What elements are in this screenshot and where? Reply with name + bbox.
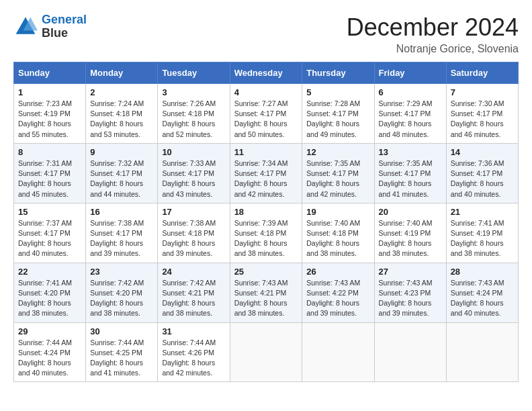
table-row: 4 Sunrise: 7:27 AM Sunset: 4:17 PM Dayli… — [230, 84, 302, 144]
day-number: 21 — [451, 207, 514, 217]
logo-text: General Blue — [42, 13, 87, 40]
table-row: 16 Sunrise: 7:38 AM Sunset: 4:17 PM Dayl… — [86, 203, 158, 263]
day-number: 29 — [18, 326, 81, 336]
day-info: Sunrise: 7:28 AM Sunset: 4:17 PM Dayligh… — [306, 99, 369, 140]
table-row: 26 Sunrise: 7:43 AM Sunset: 4:22 PM Dayl… — [302, 263, 374, 322]
day-info: Sunrise: 7:40 AM Sunset: 4:18 PM Dayligh… — [306, 218, 369, 259]
calendar-row: 29 Sunrise: 7:44 AM Sunset: 4:24 PM Dayl… — [14, 322, 519, 382]
day-info: Sunrise: 7:38 AM Sunset: 4:18 PM Dayligh… — [162, 218, 225, 259]
day-info: Sunrise: 7:44 AM Sunset: 4:25 PM Dayligh… — [90, 338, 153, 379]
day-number: 27 — [379, 267, 442, 277]
day-info: Sunrise: 7:36 AM Sunset: 4:17 PM Dayligh… — [451, 158, 514, 199]
table-row: 22 Sunrise: 7:41 AM Sunset: 4:20 PM Dayl… — [14, 263, 86, 322]
day-number: 26 — [306, 267, 369, 277]
col-wednesday: Wednesday — [230, 62, 302, 84]
day-info: Sunrise: 7:30 AM Sunset: 4:17 PM Dayligh… — [451, 99, 514, 140]
day-number: 16 — [90, 207, 153, 217]
day-info: Sunrise: 7:37 AM Sunset: 4:17 PM Dayligh… — [18, 218, 81, 259]
table-row: 8 Sunrise: 7:31 AM Sunset: 4:17 PM Dayli… — [14, 143, 86, 203]
day-number: 19 — [306, 207, 369, 217]
day-info: Sunrise: 7:26 AM Sunset: 4:18 PM Dayligh… — [162, 99, 225, 140]
table-row: 21 Sunrise: 7:41 AM Sunset: 4:19 PM Dayl… — [446, 203, 518, 263]
table-row — [374, 322, 446, 382]
col-thursday: Thursday — [302, 62, 374, 84]
day-number: 10 — [162, 147, 225, 157]
day-info: Sunrise: 7:38 AM Sunset: 4:17 PM Dayligh… — [90, 218, 153, 259]
calendar-row: 1 Sunrise: 7:23 AM Sunset: 4:19 PM Dayli… — [14, 84, 519, 144]
title-block: December 2024 Notranje Gorice, Slovenia — [347, 13, 519, 55]
table-row: 17 Sunrise: 7:38 AM Sunset: 4:18 PM Dayl… — [158, 203, 230, 263]
table-row: 18 Sunrise: 7:39 AM Sunset: 4:18 PM Dayl… — [230, 203, 302, 263]
day-info: Sunrise: 7:42 AM Sunset: 4:21 PM Dayligh… — [162, 278, 225, 319]
day-number: 5 — [306, 87, 369, 97]
day-info: Sunrise: 7:43 AM Sunset: 4:22 PM Dayligh… — [306, 278, 369, 319]
table-row: 27 Sunrise: 7:43 AM Sunset: 4:23 PM Dayl… — [374, 263, 446, 322]
day-number: 7 — [451, 87, 514, 97]
logo-icon — [13, 15, 38, 39]
day-number: 13 — [379, 147, 442, 157]
calendar-row: 8 Sunrise: 7:31 AM Sunset: 4:17 PM Dayli… — [14, 143, 519, 203]
table-row: 3 Sunrise: 7:26 AM Sunset: 4:18 PM Dayli… — [158, 84, 230, 144]
page-header: General Blue December 2024 Notranje Gori… — [13, 13, 519, 55]
day-info: Sunrise: 7:33 AM Sunset: 4:17 PM Dayligh… — [162, 158, 225, 199]
day-number: 30 — [90, 326, 153, 336]
day-info: Sunrise: 7:43 AM Sunset: 4:21 PM Dayligh… — [234, 278, 298, 319]
table-row: 6 Sunrise: 7:29 AM Sunset: 4:17 PM Dayli… — [374, 84, 446, 144]
table-row: 15 Sunrise: 7:37 AM Sunset: 4:17 PM Dayl… — [14, 203, 86, 263]
month-title: December 2024 — [347, 13, 519, 42]
col-friday: Friday — [374, 62, 446, 84]
col-tuesday: Tuesday — [158, 62, 230, 84]
day-info: Sunrise: 7:27 AM Sunset: 4:17 PM Dayligh… — [234, 99, 298, 140]
table-row: 10 Sunrise: 7:33 AM Sunset: 4:17 PM Dayl… — [158, 143, 230, 203]
day-info: Sunrise: 7:35 AM Sunset: 4:17 PM Dayligh… — [306, 158, 369, 199]
day-number: 1 — [18, 87, 81, 97]
table-row: 19 Sunrise: 7:40 AM Sunset: 4:18 PM Dayl… — [302, 203, 374, 263]
col-sunday: Sunday — [14, 62, 86, 84]
day-number: 8 — [18, 147, 81, 157]
day-info: Sunrise: 7:34 AM Sunset: 4:17 PM Dayligh… — [234, 158, 298, 199]
day-number: 2 — [90, 87, 153, 97]
day-number: 14 — [451, 147, 514, 157]
col-monday: Monday — [86, 62, 158, 84]
table-row: 31 Sunrise: 7:44 AM Sunset: 4:26 PM Dayl… — [158, 322, 230, 382]
day-number: 23 — [90, 267, 153, 277]
table-row: 1 Sunrise: 7:23 AM Sunset: 4:19 PM Dayli… — [14, 84, 86, 144]
table-row: 14 Sunrise: 7:36 AM Sunset: 4:17 PM Dayl… — [446, 143, 518, 203]
table-row: 30 Sunrise: 7:44 AM Sunset: 4:25 PM Dayl… — [86, 322, 158, 382]
table-row: 23 Sunrise: 7:42 AM Sunset: 4:20 PM Dayl… — [86, 263, 158, 322]
table-row: 9 Sunrise: 7:32 AM Sunset: 4:17 PM Dayli… — [86, 143, 158, 203]
day-info: Sunrise: 7:43 AM Sunset: 4:24 PM Dayligh… — [451, 278, 514, 319]
table-row: 20 Sunrise: 7:40 AM Sunset: 4:19 PM Dayl… — [374, 203, 446, 263]
day-info: Sunrise: 7:41 AM Sunset: 4:20 PM Dayligh… — [18, 278, 81, 319]
table-row: 24 Sunrise: 7:42 AM Sunset: 4:21 PM Dayl… — [158, 263, 230, 322]
day-info: Sunrise: 7:39 AM Sunset: 4:18 PM Dayligh… — [234, 218, 298, 259]
day-number: 4 — [234, 87, 298, 97]
table-row: 2 Sunrise: 7:24 AM Sunset: 4:18 PM Dayli… — [86, 84, 158, 144]
day-number: 17 — [162, 207, 225, 217]
day-info: Sunrise: 7:43 AM Sunset: 4:23 PM Dayligh… — [379, 278, 442, 319]
day-number: 24 — [162, 267, 225, 277]
day-number: 9 — [90, 147, 153, 157]
day-info: Sunrise: 7:44 AM Sunset: 4:24 PM Dayligh… — [18, 338, 81, 379]
day-info: Sunrise: 7:31 AM Sunset: 4:17 PM Dayligh… — [18, 158, 81, 199]
calendar-row: 15 Sunrise: 7:37 AM Sunset: 4:17 PM Dayl… — [14, 203, 519, 263]
day-info: Sunrise: 7:42 AM Sunset: 4:20 PM Dayligh… — [90, 278, 153, 319]
day-number: 11 — [234, 147, 298, 157]
calendar-row: 22 Sunrise: 7:41 AM Sunset: 4:20 PM Dayl… — [14, 263, 519, 322]
table-row: 5 Sunrise: 7:28 AM Sunset: 4:17 PM Dayli… — [302, 84, 374, 144]
location: Notranje Gorice, Slovenia — [347, 43, 519, 55]
table-row — [230, 322, 302, 382]
day-info: Sunrise: 7:29 AM Sunset: 4:17 PM Dayligh… — [379, 99, 442, 140]
table-row — [302, 322, 374, 382]
logo: General Blue — [13, 13, 87, 40]
table-row: 28 Sunrise: 7:43 AM Sunset: 4:24 PM Dayl… — [446, 263, 518, 322]
day-info: Sunrise: 7:44 AM Sunset: 4:26 PM Dayligh… — [162, 338, 225, 379]
table-row: 7 Sunrise: 7:30 AM Sunset: 4:17 PM Dayli… — [446, 84, 518, 144]
day-info: Sunrise: 7:40 AM Sunset: 4:19 PM Dayligh… — [379, 218, 442, 259]
table-row: 11 Sunrise: 7:34 AM Sunset: 4:17 PM Dayl… — [230, 143, 302, 203]
col-saturday: Saturday — [446, 62, 518, 84]
table-row: 13 Sunrise: 7:35 AM Sunset: 4:17 PM Dayl… — [374, 143, 446, 203]
table-row: 25 Sunrise: 7:43 AM Sunset: 4:21 PM Dayl… — [230, 263, 302, 322]
day-number: 31 — [162, 326, 225, 336]
day-number: 25 — [234, 267, 298, 277]
